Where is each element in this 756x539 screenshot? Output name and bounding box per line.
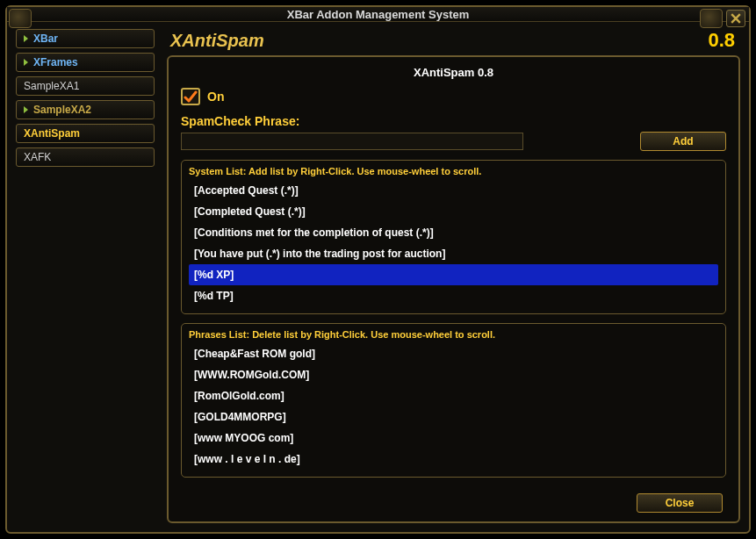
phrases-list[interactable]: [Cheap&Fast ROM gold][WWW.ROMGold.COM][R… <box>189 343 718 470</box>
sidebar-item-samplexa1[interactable]: SampleXA1 <box>16 76 155 96</box>
ornament-left <box>9 9 32 28</box>
titlebar: XBar Addon Management System <box>7 7 749 22</box>
list-item[interactable]: [Cheap&Fast ROM gold] <box>189 343 718 364</box>
on-label: On <box>207 90 224 104</box>
sidebar-item-label: XAntiSpam <box>24 127 80 140</box>
list-item[interactable]: [RomOlGold.com] <box>189 385 718 406</box>
arrow-icon <box>24 59 28 66</box>
phrase-label: SpamCheck Phrase: <box>181 114 726 128</box>
sidebar-item-samplexa2[interactable]: SampleXA2 <box>16 100 155 119</box>
sidebar-item-xafk[interactable]: XAFK <box>16 147 155 167</box>
phrase-section: SpamCheck Phrase: Add <box>181 114 726 151</box>
system-list[interactable]: [Accepted Quest (.*)][Completed Quest (.… <box>189 180 718 306</box>
list-item[interactable]: [www . l e v e l n . de] <box>189 449 718 470</box>
arrow-icon <box>24 35 28 42</box>
sidebar-item-xantispam[interactable]: XAntiSpam <box>16 124 155 143</box>
phrases-list-box: Phrases List: Delete list by Right-Click… <box>181 323 726 478</box>
window-body: XBarXFramesSampleXA1SampleXA2XAntiSpamXA… <box>7 22 749 532</box>
list-item[interactable]: [WWW.ROMGold.COM] <box>189 364 718 385</box>
addon-header: XAntiSpam 0.8 <box>167 29 740 55</box>
list-item[interactable]: [Accepted Quest (.*)] <box>189 180 718 201</box>
sidebar-item-xbar[interactable]: XBar <box>16 29 155 48</box>
sidebar-item-label: SampleXA2 <box>33 104 91 116</box>
phrase-row: Add <box>181 132 726 151</box>
ornament-right <box>700 9 723 28</box>
sidebar-item-label: XFrames <box>33 56 78 68</box>
on-checkbox[interactable] <box>181 88 200 105</box>
arrow-icon <box>24 106 28 113</box>
system-list-box: System List: Add list by Right-Click. Us… <box>181 160 726 314</box>
window-title: XBar Addon Management System <box>287 8 470 21</box>
list-item[interactable]: [You have put (.*) into the trading post… <box>189 243 718 264</box>
close-icon <box>731 13 741 24</box>
sidebar-item-label: SampleXA1 <box>24 80 79 92</box>
main-area: XAntiSpam 0.8 XAntiSpam 0.8 On SpamCheck… <box>167 29 740 523</box>
panel-title: XAntiSpam 0.8 <box>181 66 726 79</box>
addon-version: 0.8 <box>708 29 735 52</box>
phrases-list-hint: Phrases List: Delete list by Right-Click… <box>189 329 718 340</box>
sidebar: XBarXFramesSampleXA1SampleXA2XAntiSpamXA… <box>16 29 155 523</box>
footer: Close <box>181 486 726 513</box>
system-list-hint: System List: Add list by Right-Click. Us… <box>189 166 718 176</box>
sidebar-item-label: XAFK <box>24 151 51 163</box>
list-item[interactable]: [Completed Quest (.*)] <box>189 201 718 222</box>
list-item[interactable]: [Conditions met for the completion of qu… <box>189 222 718 243</box>
list-item[interactable]: [%d XP] <box>189 264 718 285</box>
phrase-input[interactable] <box>181 133 523 150</box>
addon-window: XBar Addon Management System XBarXFrames… <box>5 5 751 534</box>
sidebar-item-label: XBar <box>33 32 58 45</box>
list-item[interactable]: [%d TP] <box>189 285 718 306</box>
on-toggle-row: On <box>181 88 726 105</box>
close-button[interactable]: Close <box>637 493 723 513</box>
addon-name: XAntiSpam <box>170 31 264 51</box>
list-item[interactable]: [GOLD4MMORPG] <box>189 406 718 428</box>
add-button[interactable]: Add <box>640 132 726 151</box>
list-item[interactable]: [www MYOOG com] <box>189 428 718 449</box>
check-icon <box>184 90 198 104</box>
addon-panel: XAntiSpam 0.8 On SpamCheck Phrase: Add S <box>167 55 740 523</box>
window-close-button[interactable] <box>726 10 745 27</box>
sidebar-item-xframes[interactable]: XFrames <box>16 53 155 72</box>
